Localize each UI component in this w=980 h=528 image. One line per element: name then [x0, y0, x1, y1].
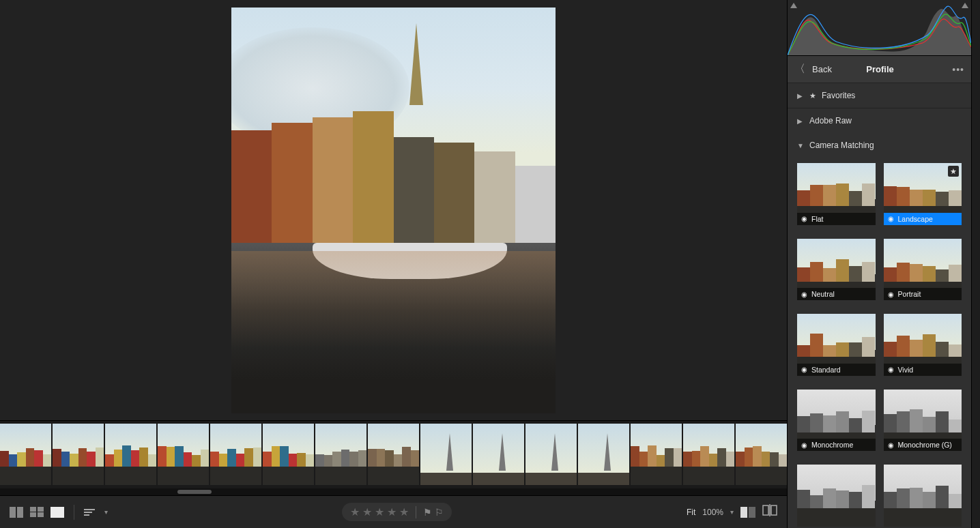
- profile-name: Standard: [811, 366, 841, 374]
- camera-icon: ◉: [888, 215, 894, 222]
- profile-name: Vivid: [898, 366, 914, 374]
- sort-button[interactable]: [84, 509, 95, 516]
- favorite-star-icon[interactable]: ★: [948, 166, 959, 177]
- bottom-bar: ▾ ★ ★ ★ ★ ★ ⚑ ⚐ Fit 100% ▾: [0, 495, 787, 528]
- filmstrip-thumb[interactable]: [368, 424, 419, 485]
- adobe-raw-label: Adobe Raw: [809, 116, 852, 126]
- view-grid-large-button[interactable]: [10, 507, 23, 518]
- filmstrip-thumb[interactable]: [0, 424, 51, 485]
- filmstrip-thumb[interactable]: [53, 424, 104, 485]
- camera-icon: ◉: [888, 441, 894, 449]
- profile-card[interactable]: ★◉Landscape: [884, 163, 962, 225]
- filmstrip-thumb[interactable]: [158, 424, 209, 485]
- favorites-label: Favorites: [822, 91, 855, 100]
- before-after-button[interactable]: [740, 507, 755, 518]
- profile-card[interactable]: ◉Flat: [797, 163, 876, 225]
- camera-icon: ◉: [801, 441, 807, 449]
- filmstrip-thumb[interactable]: [683, 424, 734, 485]
- chevron-right-icon: ▶: [797, 117, 804, 125]
- camera-matching-group[interactable]: ▼ Camera Matching: [788, 133, 971, 158]
- camera-icon: ◉: [888, 366, 894, 373]
- filmstrip-thumb[interactable]: [315, 424, 366, 485]
- star-icon: ★: [809, 91, 816, 100]
- filmstrip-thumb[interactable]: [578, 424, 629, 485]
- flag-reject-button[interactable]: ⚐: [435, 507, 444, 518]
- rate-star-1[interactable]: ★: [350, 505, 360, 518]
- panel-title: Profile: [815, 64, 945, 74]
- filmstrip-thumb[interactable]: [105, 424, 156, 485]
- profile-card[interactable]: [884, 465, 962, 527]
- favorites-group[interactable]: ▶ ★ Favorites: [788, 83, 971, 108]
- profile-name: Flat: [811, 215, 824, 223]
- zoom-fit-button[interactable]: Fit: [687, 508, 695, 517]
- svg-rect-11: [763, 505, 768, 515]
- sort-chevron-icon[interactable]: ▾: [104, 508, 108, 516]
- rate-star-3[interactable]: ★: [375, 505, 384, 518]
- view-grid-small-button[interactable]: [30, 507, 44, 518]
- profile-name: Landscape: [898, 215, 933, 223]
- camera-icon: ◉: [801, 215, 807, 222]
- camera-icon: ◉: [801, 291, 807, 298]
- filmstrip[interactable]: [0, 421, 787, 488]
- histogram[interactable]: [788, 0, 971, 56]
- svg-rect-12: [771, 505, 777, 515]
- camera-icon: ◉: [888, 291, 894, 298]
- camera-matching-label: Camera Matching: [809, 141, 874, 150]
- profile-name: Monochrome (G): [898, 441, 952, 449]
- profile-card[interactable]: ◉Monochrome (G): [884, 390, 962, 452]
- filmstrip-scroll-handle[interactable]: [177, 490, 212, 494]
- filmstrip-thumb[interactable]: [420, 424, 472, 485]
- profile-name: Monochrome: [811, 441, 853, 449]
- rate-star-5[interactable]: ★: [399, 505, 409, 518]
- chevron-right-icon: ▶: [797, 92, 804, 100]
- filmstrip-thumb[interactable]: [525, 424, 577, 485]
- clip-shadow-indicator[interactable]: [790, 3, 797, 8]
- clip-highlight-indicator[interactable]: [962, 3, 968, 8]
- rating-control: ★ ★ ★ ★ ★ ⚑ ⚐: [342, 503, 452, 521]
- image-viewer[interactable]: [0, 0, 787, 420]
- profile-card[interactable]: ◉Neutral: [797, 239, 876, 301]
- view-single-button[interactable]: [51, 507, 64, 518]
- camera-icon: ◉: [801, 366, 807, 373]
- toolstrip: •••: [971, 0, 980, 528]
- profile-card[interactable]: [797, 465, 876, 527]
- rate-star-2[interactable]: ★: [362, 505, 372, 518]
- rate-star-4[interactable]: ★: [387, 505, 397, 518]
- profile-name: Neutral: [811, 290, 835, 298]
- profile-card[interactable]: ◉Portrait: [884, 239, 962, 301]
- profile-card[interactable]: ◉Monochrome: [797, 390, 876, 452]
- back-button[interactable]: 〈: [794, 62, 805, 76]
- chevron-down-icon: ▼: [797, 142, 804, 149]
- flag-pick-button[interactable]: ⚑: [423, 507, 432, 518]
- filmstrip-scrollbar[interactable]: [0, 488, 787, 495]
- profile-card[interactable]: ◉Vivid: [884, 314, 962, 376]
- profile-panel: 〈 Back Profile ••• ▶ ★ Favorites ▶ Adobe…: [787, 0, 971, 528]
- filmstrip-thumb[interactable]: [210, 424, 261, 485]
- zoom-percent-button[interactable]: 100%: [702, 508, 723, 517]
- filmstrip-thumb[interactable]: [473, 424, 524, 485]
- zoom-chevron-icon[interactable]: ▾: [730, 508, 734, 516]
- profile-card[interactable]: ◉Standard: [797, 314, 876, 376]
- panel-more-button[interactable]: •••: [952, 64, 964, 75]
- profile-name: Portrait: [898, 290, 921, 298]
- main-photo: [231, 8, 556, 413]
- filmstrip-thumb[interactable]: [736, 424, 787, 485]
- filmstrip-thumb[interactable]: [263, 424, 314, 485]
- adobe-raw-group[interactable]: ▶ Adobe Raw: [788, 108, 971, 133]
- split-view-button[interactable]: [762, 504, 777, 520]
- filmstrip-thumb[interactable]: [631, 424, 682, 485]
